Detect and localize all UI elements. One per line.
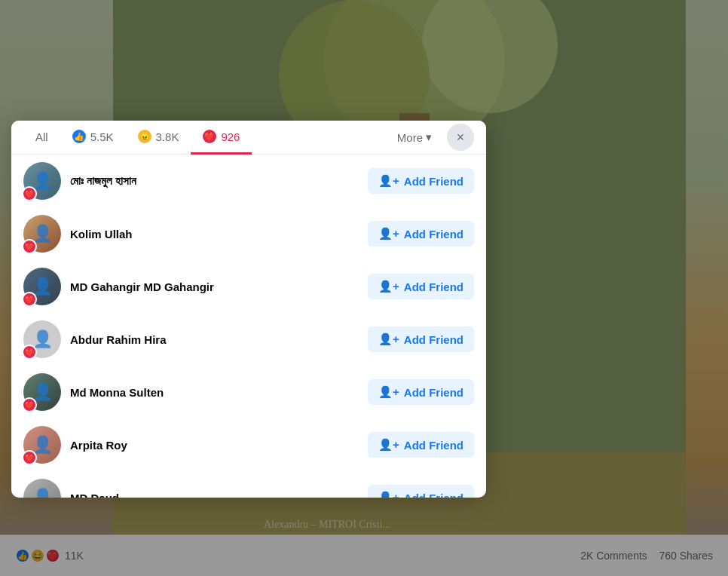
add-friend-icon: 👤+ [378,174,399,188]
chevron-down-icon: ▾ [426,130,432,144]
user-name: Md Monna Sulten [70,386,359,399]
reaction-badge: ❤️ [22,450,37,465]
user-name: Abdur Rahim Hira [70,333,359,346]
tab-love[interactable]: ❤️ 926 [191,121,252,155]
reaction-badge: ❤️ [22,397,37,412]
user-name: Arpita Roy [70,439,359,452]
more-button[interactable]: More ▾ [388,124,441,150]
reaction-badge: ❤️ [22,239,37,254]
list-item: 👤 ❤️ Abdur Rahim Hira 👤+ Add Friend [11,313,486,366]
add-friend-button[interactable]: 👤+ Add Friend [368,326,474,352]
tab-like-icon: 👍 [72,130,86,143]
list-item: 👤 ❤️ Kolim Ullah 👤+ Add Friend [11,207,486,260]
add-friend-button[interactable]: 👤+ Add Friend [368,221,474,247]
user-list: 👤 ❤️ মোঃ নাজমুল হাসান 👤+ Add Friend 👤 ❤️… [11,155,486,498]
reaction-badge: ❤️ [22,292,37,307]
add-friend-icon: 👤+ [378,385,399,399]
reaction-badge: ❤️ [22,186,37,201]
add-friend-icon: 👤+ [378,227,399,241]
tab-like-count: 5.5K [90,130,114,143]
avatar-wrap: 👤 ❤️ [23,320,61,358]
avatar: 👤 [23,479,61,498]
user-name: Kolim Ullah [70,228,359,241]
tab-all-label: All [35,130,48,143]
add-friend-button[interactable]: 👤+ Add Friend [368,274,474,299]
add-friend-label: Add Friend [404,386,463,399]
add-friend-button[interactable]: 👤+ Add Friend [368,168,474,194]
close-icon: × [457,130,465,146]
avatar-wrap: 👤 ❤️ [23,215,61,253]
avatar-wrap: 👤 ❤️ [23,479,61,498]
add-friend-label: Add Friend [404,439,463,452]
add-friend-icon: 👤+ [378,491,399,498]
add-friend-label: Add Friend [404,333,463,346]
tab-angry[interactable]: 😠 3.8K [126,121,191,155]
tab-angry-icon: 😠 [138,130,151,143]
list-item: 👤 ❤️ Md Monna Sulten 👤+ Add Friend [11,366,486,418]
list-item: 👤 ❤️ MD Daud 👤+ Add Friend [11,471,486,498]
add-friend-label: Add Friend [404,228,463,241]
avatar-wrap: 👤 ❤️ [23,373,61,411]
add-friend-button[interactable]: 👤+ Add Friend [368,432,474,458]
add-friend-button[interactable]: 👤+ Add Friend [368,379,474,405]
add-friend-label: Add Friend [404,175,463,188]
user-name: MD Daud [70,492,359,498]
add-friend-label: Add Friend [404,492,463,498]
add-friend-icon: 👤+ [378,332,399,346]
reaction-badge: ❤️ [22,345,37,360]
modal-overlay: All 👍 5.5K 😠 3.8K ❤️ 926 More ▾ × [0,0,728,576]
avatar-wrap: 👤 ❤️ [23,268,61,305]
tab-love-count: 926 [221,130,240,143]
reactions-modal: All 👍 5.5K 😠 3.8K ❤️ 926 More ▾ × [11,121,486,498]
list-item: 👤 ❤️ MD Gahangir MD Gahangir 👤+ Add Frie… [11,260,486,313]
avatar-wrap: 👤 ❤️ [23,162,61,200]
list-item: 👤 ❤️ মোঃ নাজমুল হাসান 👤+ Add Friend [11,155,486,207]
close-button[interactable]: × [447,124,474,151]
tab-like[interactable]: 👍 5.5K [60,121,126,155]
avatar-wrap: 👤 ❤️ [23,426,61,464]
more-label: More [397,131,423,144]
user-name: মোঃ নাজমুল হাসান [70,174,359,188]
add-friend-icon: 👤+ [378,438,399,452]
add-friend-button[interactable]: 👤+ Add Friend [368,485,474,498]
list-item: 👤 ❤️ Arpita Roy 👤+ Add Friend [11,418,486,471]
tab-all[interactable]: All [23,121,60,155]
tab-angry-count: 3.8K [156,130,179,143]
tab-header: All 👍 5.5K 😠 3.8K ❤️ 926 More ▾ × [11,121,486,155]
tab-love-icon: ❤️ [203,130,216,143]
add-friend-label: Add Friend [404,280,463,293]
person-silhouette-icon: 👤 [23,479,61,498]
add-friend-icon: 👤+ [378,280,399,293]
user-name: MD Gahangir MD Gahangir [70,280,359,293]
